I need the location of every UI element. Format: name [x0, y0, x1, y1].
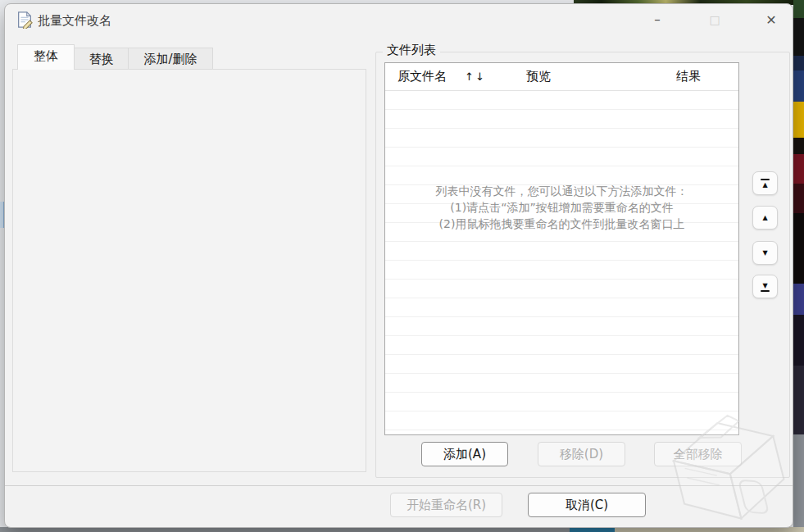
tab-page — [12, 69, 366, 472]
empty-line-3: (2)用鼠标拖拽要重命名的文件到批量改名窗口上 — [385, 216, 738, 232]
top-bar-icon — [761, 179, 770, 180]
remove-button: 移除(D) — [538, 442, 625, 466]
move-down-button[interactable]: ▼ — [752, 241, 778, 265]
move-up-icon: ▲ — [762, 214, 767, 221]
empty-line-2: (1)请点击“添加”按钮增加需要重命名的文件 — [385, 199, 738, 216]
minimize-button[interactable]: – — [638, 7, 676, 32]
column-header-preview[interactable]: 预览 — [526, 69, 551, 84]
file-list-header: 原文件名↑↓ 预览 结果 — [385, 63, 738, 91]
empty-list-message: 列表中没有文件，您可以通过以下方法添加文件： (1)请点击“添加”按钮增加需要重… — [385, 183, 738, 232]
tab-add-delete[interactable]: 添加/删除 — [129, 48, 213, 70]
move-up-button[interactable]: ▲ — [752, 206, 778, 230]
add-button[interactable]: 添加(A) — [421, 442, 508, 466]
move-to-top-icon: ▲ — [762, 181, 767, 189]
start-rename-button: 开始重命名(R) — [390, 493, 502, 517]
empty-line-1: 列表中没有文件，您可以通过以下方法添加文件： — [385, 183, 738, 199]
move-to-bottom-button[interactable]: ▼ — [752, 275, 778, 298]
window-title: 批量文件改名 — [38, 13, 111, 29]
tab-whole[interactable]: 整体 — [17, 44, 75, 70]
rename-document-icon — [16, 11, 34, 29]
file-list-body — [385, 91, 738, 434]
file-list-group-label: 文件列表 — [383, 43, 440, 58]
sort-arrows-icon[interactable]: ↑↓ — [465, 70, 486, 83]
move-down-icon: ▼ — [762, 249, 767, 257]
screen: 批量文件改名 – □ ✕ 整体 替换 添加/删除 命名规则： 使用 * 插入原始… — [0, 0, 804, 532]
footer-divider — [5, 485, 793, 486]
cancel-button[interactable]: 取消(C) — [528, 493, 646, 517]
remove-all-button: 全部移除 — [654, 442, 742, 466]
close-button[interactable]: ✕ — [752, 7, 790, 32]
move-to-bottom-icon: ▼ — [762, 282, 767, 289]
maximize-button: □ — [696, 7, 734, 32]
bottom-bar-icon — [761, 290, 770, 292]
file-list[interactable]: 原文件名↑↓ 预览 结果 列表中没有文件，您可以通过以下方法添加文件： (1)请… — [384, 62, 739, 435]
tab-replace[interactable]: 替换 — [75, 48, 129, 70]
batch-rename-dialog: 批量文件改名 – □ ✕ 整体 替换 添加/删除 命名规则： 使用 * 插入原始… — [4, 3, 793, 528]
column-header-result[interactable]: 结果 — [676, 69, 701, 84]
desktop-background-strip-right — [793, 0, 804, 532]
column-header-original[interactable]: 原文件名↑↓ — [397, 69, 486, 84]
move-to-top-button[interactable]: ▲ — [752, 171, 778, 195]
